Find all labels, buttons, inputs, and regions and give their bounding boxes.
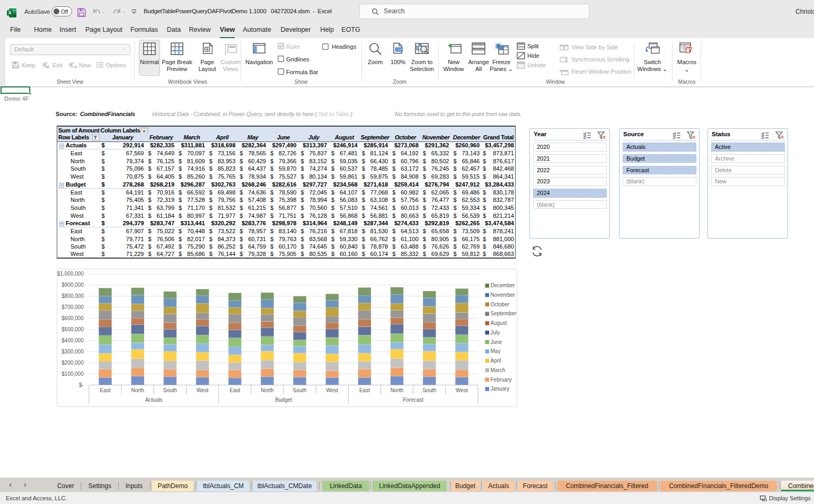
svg-text:North: North	[131, 387, 144, 393]
svg-text:South: South	[163, 387, 177, 393]
svg-text:North: North	[261, 387, 273, 393]
svg-text:October: October	[491, 302, 510, 307]
svg-text:February: February	[491, 377, 512, 383]
svg-text:North: North	[391, 387, 403, 393]
svg-text:South: South	[422, 387, 436, 393]
svg-text:June: June	[491, 339, 502, 345]
svg-text:West: West	[456, 387, 468, 393]
svg-text:Budget: Budget	[275, 397, 292, 403]
svg-text:East: East	[100, 387, 111, 393]
svg-text:West: West	[326, 387, 338, 393]
svg-text:September: September	[491, 311, 517, 316]
svg-text:December: December	[491, 282, 516, 288]
svg-text:East: East	[229, 387, 240, 393]
svg-text:March: March	[491, 367, 506, 373]
svg-text:$400,000: $400,000	[61, 338, 84, 343]
svg-text:Actuals: Actuals	[145, 397, 163, 403]
svg-text:January: January	[491, 386, 510, 392]
svg-text:July: July	[491, 330, 500, 335]
svg-text:$-: $-	[79, 382, 84, 388]
svg-text:East: East	[359, 387, 370, 393]
svg-text:$900,000: $900,000	[61, 282, 84, 288]
svg-text:$1,000,000: $1,000,000	[57, 271, 84, 277]
svg-text:$200,000: $200,000	[61, 360, 84, 366]
svg-text:$800,000: $800,000	[61, 293, 84, 299]
svg-text:$100,000: $100,000	[61, 371, 84, 377]
svg-text:100: 100	[396, 47, 403, 52]
svg-text:August: August	[491, 320, 507, 326]
svg-text:$700,000: $700,000	[61, 304, 84, 310]
svg-text:May: May	[491, 348, 501, 354]
svg-text:$300,000: $300,000	[61, 349, 84, 355]
svg-text:November: November	[491, 292, 516, 298]
svg-text:X: X	[8, 10, 11, 15]
svg-text:South: South	[293, 387, 307, 393]
svg-text:West: West	[197, 387, 209, 393]
svg-text:Forecast: Forecast	[403, 397, 423, 403]
svg-text:$500,000: $500,000	[61, 326, 84, 332]
svg-text:April: April	[491, 358, 501, 364]
svg-text:$600,000: $600,000	[61, 315, 84, 321]
